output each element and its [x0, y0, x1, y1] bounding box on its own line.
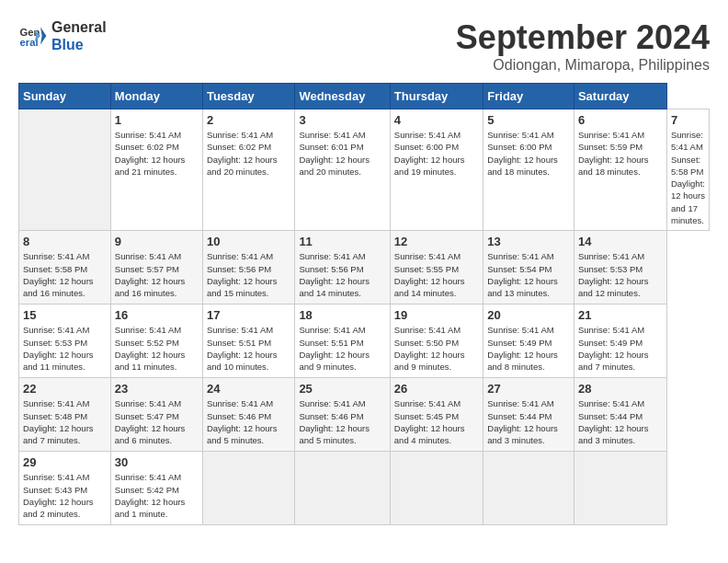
calendar-cell	[483, 452, 574, 525]
day-number: 9	[115, 235, 199, 248]
day-info: Sunrise: 5:41 AMSunset: 5:45 PMDaylight:…	[394, 397, 479, 446]
day-info: Sunrise: 5:41 AMSunset: 5:49 PMDaylight:…	[578, 324, 663, 373]
day-number: 1	[115, 113, 199, 127]
day-number: 11	[299, 235, 385, 248]
day-number: 29	[23, 455, 107, 469]
day-number: 30	[115, 455, 199, 469]
day-info: Sunrise: 5:41 AMSunset: 5:49 PMDaylight:…	[487, 324, 570, 373]
day-number: 28	[578, 382, 663, 396]
day-info: Sunrise: 5:41 AMSunset: 5:47 PMDaylight:…	[115, 397, 199, 446]
day-info: Sunrise: 5:41 AMSunset: 5:46 PMDaylight:…	[207, 397, 290, 446]
calendar-week-row: 29Sunrise: 5:41 AMSunset: 5:43 PMDayligh…	[19, 452, 710, 525]
calendar-week-row: 1Sunrise: 5:41 AMSunset: 6:02 PMDaylight…	[19, 109, 710, 231]
calendar-cell: 16Sunrise: 5:41 AMSunset: 5:52 PMDayligh…	[110, 304, 202, 378]
day-number: 10	[207, 235, 290, 248]
day-info: Sunrise: 5:41 AMSunset: 5:51 PMDaylight:…	[299, 324, 385, 373]
day-number: 14	[578, 235, 663, 248]
calendar-table: SundayMondayTuesdayWednesdayThursdayFrid…	[18, 83, 710, 525]
day-info: Sunrise: 5:41 AMSunset: 5:44 PMDaylight:…	[578, 397, 663, 446]
day-info: Sunrise: 5:41 AMSunset: 5:55 PMDaylight:…	[394, 250, 479, 299]
svg-marker-2	[40, 28, 46, 45]
logo-line2: Blue	[51, 36, 107, 53]
calendar-cell	[19, 109, 111, 231]
calendar-cell: 14Sunrise: 5:41 AMSunset: 5:53 PMDayligh…	[574, 231, 666, 304]
calendar-cell: 23Sunrise: 5:41 AMSunset: 5:47 PMDayligh…	[110, 378, 202, 452]
calendar-cell: 8Sunrise: 5:41 AMSunset: 5:58 PMDaylight…	[19, 231, 111, 304]
calendar-cell: 28Sunrise: 5:41 AMSunset: 5:44 PMDayligh…	[574, 378, 666, 452]
title-section: September 2024 Odiongan, Mimaropa, Phili…	[456, 18, 710, 74]
day-info: Sunrise: 5:41 AMSunset: 6:00 PMDaylight:…	[487, 129, 570, 178]
logo-icon: Gen eral	[18, 21, 48, 51]
day-number: 18	[299, 308, 385, 322]
calendar-cell: 1Sunrise: 5:41 AMSunset: 6:02 PMDaylight…	[110, 109, 202, 231]
day-number: 23	[115, 382, 199, 396]
calendar-cell: 30Sunrise: 5:41 AMSunset: 5:42 PMDayligh…	[110, 452, 202, 525]
calendar-cell	[295, 452, 390, 525]
day-info: Sunrise: 5:41 AMSunset: 5:58 PMDaylight:…	[671, 129, 705, 226]
weekday-header-friday: Friday	[483, 84, 574, 109]
day-info: Sunrise: 5:41 AMSunset: 5:56 PMDaylight:…	[207, 250, 290, 299]
day-number: 27	[487, 382, 570, 396]
day-info: Sunrise: 5:41 AMSunset: 6:02 PMDaylight:…	[207, 129, 290, 178]
day-info: Sunrise: 5:41 AMSunset: 5:52 PMDaylight:…	[115, 324, 199, 373]
day-number: 26	[394, 382, 479, 396]
weekday-header-saturday: Saturday	[574, 84, 666, 109]
calendar-cell: 27Sunrise: 5:41 AMSunset: 5:44 PMDayligh…	[483, 378, 574, 452]
day-info: Sunrise: 5:41 AMSunset: 5:57 PMDaylight:…	[115, 250, 199, 299]
day-number: 19	[394, 308, 479, 322]
day-info: Sunrise: 5:41 AMSunset: 6:00 PMDaylight:…	[394, 129, 479, 178]
calendar-week-row: 8Sunrise: 5:41 AMSunset: 5:58 PMDaylight…	[19, 231, 710, 304]
logo-line1: General	[51, 18, 107, 36]
day-number: 15	[23, 308, 107, 322]
calendar-cell: 12Sunrise: 5:41 AMSunset: 5:55 PMDayligh…	[390, 231, 483, 304]
calendar-cell: 18Sunrise: 5:41 AMSunset: 5:51 PMDayligh…	[295, 304, 390, 378]
calendar-cell: 2Sunrise: 5:41 AMSunset: 6:02 PMDaylight…	[202, 109, 294, 231]
page-header: Gen eral General Blue September 2024 Odi…	[18, 18, 710, 74]
calendar-cell: 29Sunrise: 5:41 AMSunset: 5:43 PMDayligh…	[19, 452, 111, 525]
day-info: Sunrise: 5:41 AMSunset: 5:51 PMDaylight:…	[207, 324, 290, 373]
day-info: Sunrise: 5:41 AMSunset: 5:42 PMDaylight:…	[115, 471, 199, 520]
day-number: 5	[487, 113, 570, 127]
calendar-cell: 26Sunrise: 5:41 AMSunset: 5:45 PMDayligh…	[390, 378, 483, 452]
calendar-cell: 9Sunrise: 5:41 AMSunset: 5:57 PMDaylight…	[110, 231, 202, 304]
calendar-cell: 3Sunrise: 5:41 AMSunset: 6:01 PMDaylight…	[295, 109, 390, 231]
calendar-cell	[390, 452, 483, 525]
calendar-cell: 17Sunrise: 5:41 AMSunset: 5:51 PMDayligh…	[202, 304, 294, 378]
day-info: Sunrise: 5:41 AMSunset: 6:01 PMDaylight:…	[299, 129, 385, 178]
location-title: Odiongan, Mimaropa, Philippines	[456, 57, 710, 74]
day-info: Sunrise: 5:41 AMSunset: 5:59 PMDaylight:…	[578, 129, 663, 178]
month-title: September 2024	[456, 18, 710, 57]
day-info: Sunrise: 5:41 AMSunset: 5:53 PMDaylight:…	[578, 250, 663, 299]
day-number: 4	[394, 113, 479, 127]
day-info: Sunrise: 5:41 AMSunset: 5:56 PMDaylight:…	[299, 250, 385, 299]
calendar-cell: 22Sunrise: 5:41 AMSunset: 5:48 PMDayligh…	[19, 378, 111, 452]
day-number: 12	[394, 235, 479, 248]
calendar-cell: 24Sunrise: 5:41 AMSunset: 5:46 PMDayligh…	[202, 378, 294, 452]
calendar-cell: 6Sunrise: 5:41 AMSunset: 5:59 PMDaylight…	[574, 109, 666, 231]
day-info: Sunrise: 5:41 AMSunset: 5:50 PMDaylight:…	[394, 324, 479, 373]
day-info: Sunrise: 5:41 AMSunset: 5:53 PMDaylight:…	[23, 324, 107, 373]
day-number: 16	[115, 308, 199, 322]
day-number: 24	[207, 382, 290, 396]
weekday-header-sunday: Sunday	[19, 84, 111, 109]
weekday-header-tuesday: Tuesday	[202, 84, 294, 109]
calendar-week-row: 22Sunrise: 5:41 AMSunset: 5:48 PMDayligh…	[19, 378, 710, 452]
day-info: Sunrise: 5:41 AMSunset: 5:46 PMDaylight:…	[299, 397, 385, 446]
day-info: Sunrise: 5:41 AMSunset: 5:48 PMDaylight:…	[23, 397, 107, 446]
calendar-cell: 15Sunrise: 5:41 AMSunset: 5:53 PMDayligh…	[19, 304, 111, 378]
day-number: 22	[23, 382, 107, 396]
calendar-cell: 13Sunrise: 5:41 AMSunset: 5:54 PMDayligh…	[483, 231, 574, 304]
calendar-cell	[574, 452, 666, 525]
day-info: Sunrise: 5:41 AMSunset: 6:02 PMDaylight:…	[115, 129, 199, 178]
weekday-header-wednesday: Wednesday	[295, 84, 390, 109]
calendar-cell: 11Sunrise: 5:41 AMSunset: 5:56 PMDayligh…	[295, 231, 390, 304]
calendar-cell	[202, 452, 294, 525]
day-number: 7	[671, 113, 705, 127]
day-number: 20	[487, 308, 570, 322]
day-number: 2	[207, 113, 290, 127]
day-number: 21	[578, 308, 663, 322]
calendar-cell: 10Sunrise: 5:41 AMSunset: 5:56 PMDayligh…	[202, 231, 294, 304]
day-info: Sunrise: 5:41 AMSunset: 5:54 PMDaylight:…	[487, 250, 570, 299]
day-number: 3	[299, 113, 385, 127]
day-info: Sunrise: 5:41 AMSunset: 5:58 PMDaylight:…	[23, 250, 107, 299]
